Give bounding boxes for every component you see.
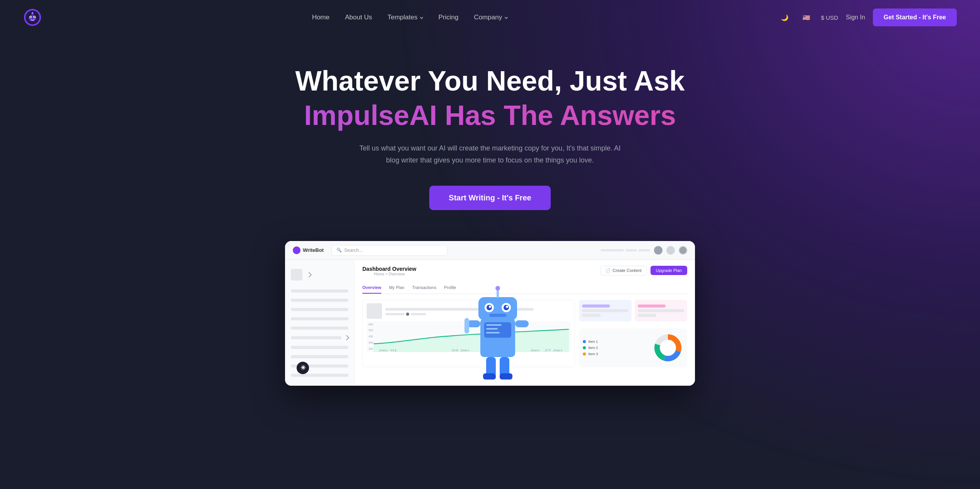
hero-headline-2: ImpulseAI Has The Answers xyxy=(8,100,972,131)
sidebar-item[interactable] xyxy=(285,333,354,343)
search-icon: 🔍 xyxy=(336,248,342,253)
svg-rect-29 xyxy=(500,373,512,380)
navbar: Home About Us Templates Pricing Company xyxy=(0,0,980,35)
stat-card-2 xyxy=(579,300,632,321)
language-selector[interactable] xyxy=(799,10,813,24)
asterisk-badge: ✳ xyxy=(297,362,309,374)
topbar-avatar-1 xyxy=(654,246,662,255)
templates-chevron-icon xyxy=(420,16,423,19)
dashboard-logo-dot xyxy=(293,246,300,254)
nav-templates[interactable]: Templates xyxy=(388,14,423,21)
svg-point-5 xyxy=(30,17,31,18)
main-header: Dashboard Overview Home > Overview 📄 Cre… xyxy=(362,266,687,276)
sidebar-item-arrow-icon xyxy=(344,335,349,340)
hero-subtitle: Tell us what you want our AI will create… xyxy=(355,142,625,166)
topbar-avatar-3 xyxy=(679,246,687,255)
svg-rect-37 xyxy=(497,289,499,298)
tab-overview[interactable]: Overview xyxy=(362,282,381,294)
svg-rect-22 xyxy=(486,328,498,330)
dashboard-title: Dashboard Overview xyxy=(362,266,416,272)
svg-point-18 xyxy=(661,341,675,355)
dashboard-sidebar xyxy=(285,260,355,386)
sidebar-item[interactable] xyxy=(285,343,354,352)
sidebar-item[interactable] xyxy=(285,305,354,314)
sign-in-button[interactable]: Sign In xyxy=(846,14,865,21)
svg-point-38 xyxy=(495,286,500,291)
tab-profile[interactable]: Profile xyxy=(444,282,456,294)
dashboard-topbar: WriteBot 🔍 Search... xyxy=(285,241,695,260)
tab-myplan[interactable]: My Plan xyxy=(389,282,405,294)
nav-links: Home About Us Templates Pricing Company xyxy=(312,14,508,21)
dashboard-breadcrumb: Home > Overview xyxy=(362,272,416,276)
moon-icon xyxy=(781,14,789,22)
right-stat-row xyxy=(579,300,687,321)
sidebar-item[interactable] xyxy=(285,286,354,296)
svg-rect-40 xyxy=(464,318,469,333)
dashboard-logo: WriteBot xyxy=(293,246,324,254)
tab-transactions[interactable]: Transactions xyxy=(412,282,437,294)
svg-rect-23 xyxy=(486,332,500,333)
flag-icon xyxy=(802,14,810,22)
svg-rect-21 xyxy=(486,324,502,326)
svg-rect-28 xyxy=(483,373,496,380)
sidebar-item[interactable] xyxy=(285,296,354,305)
nav-about[interactable]: About Us xyxy=(345,14,372,21)
svg-point-6 xyxy=(34,17,35,18)
dashboard-actions: 📄 Create Content Upgrade Plan xyxy=(600,266,687,275)
topbar-avatar-2 xyxy=(666,246,675,255)
svg-text:Jan '01: Jan '01 xyxy=(378,349,397,351)
dashboard-preview: WriteBot 🔍 Search... xyxy=(277,241,703,386)
legend-item-1: Item 1 xyxy=(583,340,598,344)
hero-section: Whatever You Need, Just Ask ImpulseAI Ha… xyxy=(0,35,980,409)
sidebar-expand-icon xyxy=(306,272,312,277)
dark-mode-toggle[interactable] xyxy=(778,10,792,24)
robot-illustration xyxy=(459,280,536,386)
sidebar-item[interactable] xyxy=(285,314,354,323)
svg-point-35 xyxy=(489,306,491,308)
search-placeholder: Search... xyxy=(344,248,363,253)
topbar-right xyxy=(601,246,687,255)
upgrade-plan-button[interactable]: Upgrade Plan xyxy=(650,266,687,275)
chart-legend: Item 1 Item 2 Item 3 xyxy=(583,340,598,356)
hero-headline-1: Whatever You Need, Just Ask xyxy=(8,66,972,96)
sidebar-item[interactable] xyxy=(285,352,354,361)
start-writing-button[interactable]: Start Writing - It's Free xyxy=(429,186,550,210)
nav-home[interactable]: Home xyxy=(312,14,330,21)
get-started-button[interactable]: Get Started - It's Free xyxy=(873,9,957,26)
svg-text:27 Jan: 27 Jan xyxy=(545,349,562,351)
dashboard-search[interactable]: 🔍 Search... xyxy=(331,245,447,256)
stat-card-3 xyxy=(635,300,687,321)
create-content-button[interactable]: 📄 Create Content xyxy=(600,266,647,275)
dashboard-frame: WriteBot 🔍 Search... xyxy=(285,241,695,386)
legend-item-2: Item 2 xyxy=(583,346,598,350)
legend-item-3: Item 3 xyxy=(583,352,598,356)
svg-point-36 xyxy=(506,306,508,308)
donut-chart xyxy=(652,332,683,363)
nav-company[interactable]: Company xyxy=(474,14,507,21)
logo[interactable] xyxy=(23,8,42,27)
sidebar-item[interactable] xyxy=(285,371,354,380)
document-icon: 📄 xyxy=(605,268,611,273)
svg-rect-25 xyxy=(515,320,529,327)
svg-point-8 xyxy=(32,12,33,14)
nav-right: $ USD Sign In Get Started - It's Free xyxy=(778,9,957,26)
currency-label: $ USD xyxy=(821,14,838,21)
company-chevron-icon xyxy=(505,16,508,19)
nav-pricing[interactable]: Pricing xyxy=(438,14,458,21)
logo-icon xyxy=(23,8,42,27)
svg-rect-39 xyxy=(489,314,506,317)
sidebar-item[interactable] xyxy=(285,361,354,371)
sidebar-item[interactable] xyxy=(285,323,354,333)
